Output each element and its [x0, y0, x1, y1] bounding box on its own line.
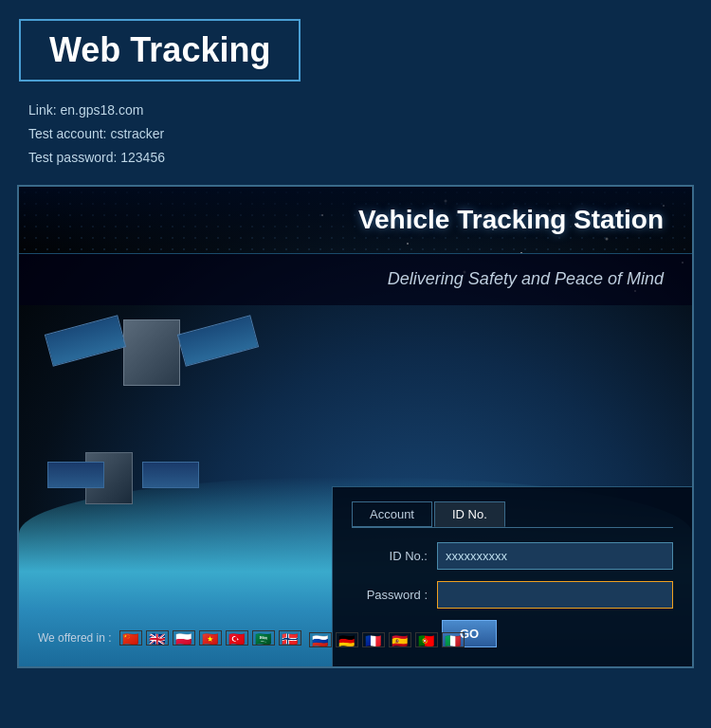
flag-turkey[interactable]: 🇹🇷 — [226, 630, 248, 646]
flag-vietnam[interactable]: 🇻🇳 — [199, 630, 222, 646]
main-panel: Vehicle Tracking Station Delivering Safe… — [17, 185, 694, 668]
satellite-body — [123, 319, 180, 386]
flag-france[interactable]: 🇫🇷 — [362, 632, 385, 647]
password-info: Test password: 123456 — [28, 146, 692, 170]
satellite-panel-right — [177, 315, 259, 367]
satellite2-panel-right — [142, 462, 199, 488]
password-form-row: Password : — [352, 581, 673, 609]
password-input[interactable] — [437, 581, 673, 609]
link-info: Link: en.gps18.com — [28, 99, 692, 122]
flag-norway[interactable]: 🇳🇴 — [279, 630, 301, 646]
panel-title: Vehicle Tracking Station — [358, 205, 664, 235]
flags-row: We offered in : 🇨🇳 🇬🇧 🇵🇱 🇻🇳 🇹🇷 🇸🇦 🇳🇴 🇷🇺 … — [38, 629, 465, 647]
tab-id[interactable]: ID No. — [434, 501, 505, 527]
header-area: Web Tracking Link: en.gps18.com Test acc… — [0, 0, 711, 185]
flag-russia[interactable]: 🇷🇺 — [309, 632, 332, 647]
tab-account[interactable]: Account — [352, 501, 432, 527]
flags-label: We offered in : — [38, 631, 112, 645]
account-info: Test account: cstracker — [28, 122, 692, 146]
panel-header-bar: Vehicle Tracking Station — [19, 187, 692, 253]
satellite2-panel-left — [47, 462, 104, 488]
satellite-illustration — [47, 263, 265, 585]
flag-saudi[interactable]: 🇸🇦 — [252, 630, 275, 646]
flag-portugal[interactable]: 🇵🇹 — [415, 632, 438, 647]
password-label: Password : — [352, 588, 437, 602]
id-label: ID No.: — [352, 549, 437, 563]
info-block: Link: en.gps18.com Test account: cstrack… — [28, 99, 692, 171]
satellite-panel-left — [45, 315, 126, 367]
page-title: Web Tracking — [49, 30, 270, 69]
id-input[interactable] — [437, 542, 673, 570]
id-form-row: ID No.: — [352, 542, 673, 570]
flag-poland[interactable]: 🇵🇱 — [173, 630, 195, 646]
tab-row: Account ID No. — [352, 501, 673, 528]
title-box: Web Tracking — [19, 19, 301, 82]
panel-subtitle: Delivering Safety and Peace of Mind — [388, 269, 664, 289]
flag-spain[interactable]: 🇪🇸 — [389, 632, 411, 647]
flag-china[interactable]: 🇨🇳 — [119, 630, 142, 646]
flag-germany[interactable]: 🇩🇪 — [336, 632, 358, 647]
flag-uk[interactable]: 🇬🇧 — [146, 630, 169, 646]
subtitle-bar: Delivering Safety and Peace of Mind — [19, 253, 692, 305]
flag-italy[interactable]: 🇮🇹 — [442, 632, 465, 647]
